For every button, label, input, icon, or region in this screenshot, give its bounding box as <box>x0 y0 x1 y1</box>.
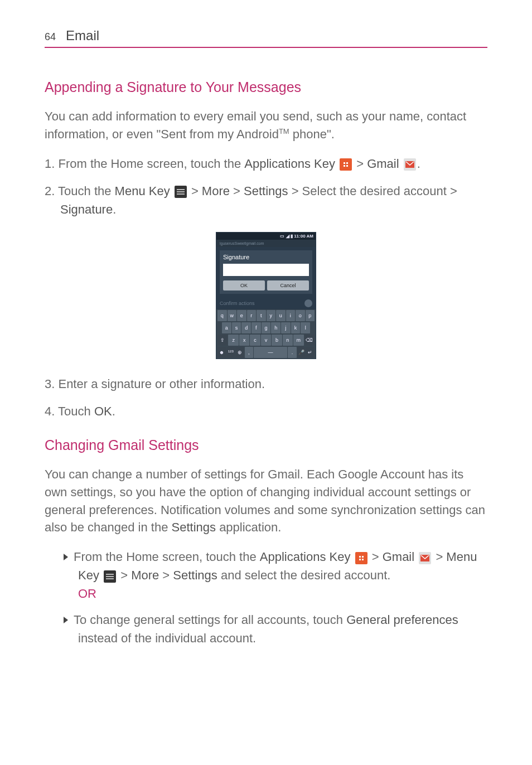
page-number: 64 <box>45 31 56 43</box>
gmail-icon <box>419 552 431 564</box>
intro-a: You can add information to every email y… <box>45 109 466 141</box>
phone-frame: ▭ ◢ ▮ 11:00 AM lguserusSweetlgmail.com S… <box>216 232 316 359</box>
key[interactable]: g <box>262 322 271 333</box>
bullet-icon <box>64 617 68 623</box>
status-icons: ▭ ◢ ▮ <box>280 234 292 239</box>
bullet-1: From the Home screen, touch the Applicat… <box>64 548 487 603</box>
key[interactable]: e <box>237 310 246 321</box>
key[interactable]: i <box>286 310 296 321</box>
backspace-key[interactable]: ⌫ <box>304 335 315 346</box>
kbd-row-4: ☻ 123 ⊕ , — . 🎤 ↵ <box>216 346 316 359</box>
applications-key-icon <box>340 158 352 171</box>
key[interactable]: h <box>271 322 280 333</box>
step-1: 1. From the Home screen, touch the Appli… <box>45 154 487 173</box>
bullet-2: To change general settings for all accou… <box>64 611 487 647</box>
bullet-list-settings: From the Home screen, touch the Applicat… <box>64 548 487 647</box>
key[interactable]: m <box>293 335 303 346</box>
key[interactable]: y <box>267 310 276 321</box>
key[interactable]: p <box>306 310 315 321</box>
key[interactable]: b <box>272 335 282 346</box>
key[interactable]: q <box>217 310 227 321</box>
key[interactable]: f <box>252 322 261 333</box>
key[interactable]: v <box>261 335 271 346</box>
bullet-icon <box>64 554 68 560</box>
account-address: lguserusSweetlgmail.com <box>216 240 316 247</box>
confirm-label: Confirm actions <box>220 301 255 306</box>
key[interactable]: a <box>222 322 231 333</box>
heading-gmail-settings: Changing Gmail Settings <box>45 437 487 453</box>
cancel-button[interactable]: Cancel <box>267 280 309 290</box>
intro-gmail-settings: You can change a number of settings for … <box>45 466 487 537</box>
gmail-icon <box>404 158 416 171</box>
key[interactable]: z <box>228 335 238 346</box>
steps-signature: 1. From the Home screen, touch the Appli… <box>45 154 487 219</box>
status-bar: ▭ ◢ ▮ 11:00 AM <box>216 233 316 240</box>
steps-signature-cont: 3. Enter a signature or other informatio… <box>45 375 487 420</box>
applications-key-icon <box>355 552 367 564</box>
period-key[interactable]: . <box>288 347 296 358</box>
dialog-buttons: OK Cancel <box>223 280 309 290</box>
intro-signature: You can add information to every email y… <box>45 108 487 143</box>
key[interactable]: d <box>241 322 251 333</box>
kbd-row-3: ⇧ z x c v b n m ⌫ <box>216 334 316 346</box>
key[interactable]: s <box>232 322 241 333</box>
heading-signature: Appending a Signature to Your Messages <box>45 79 487 95</box>
key[interactable]: x <box>239 335 249 346</box>
key[interactable]: r <box>247 310 257 321</box>
kbd-row-2: a s d f g h j k l <box>216 322 316 334</box>
key[interactable]: t <box>257 310 266 321</box>
key[interactable]: n <box>283 335 293 346</box>
tm: TM <box>279 127 289 135</box>
dialog-title: Signature <box>223 254 309 260</box>
signature-input[interactable] <box>223 264 309 276</box>
key[interactable]: w <box>228 310 237 321</box>
enter-key[interactable]: ↵ <box>306 347 315 358</box>
step-4: 4. Touch OK. <box>45 402 487 420</box>
section-title: Email <box>66 28 99 43</box>
key[interactable]: j <box>281 322 291 333</box>
key[interactable]: o <box>296 310 305 321</box>
page-header: 64 Email <box>45 28 487 48</box>
key[interactable]: l <box>301 322 310 333</box>
comma-key[interactable]: , <box>245 347 253 358</box>
ok-button[interactable]: OK <box>223 280 265 290</box>
globe-key[interactable]: ⊕ <box>235 347 244 358</box>
confirm-actions-row: Confirm actions <box>216 297 316 309</box>
mic-key[interactable]: 🎤 <box>297 347 306 358</box>
menu-key-icon <box>175 186 187 198</box>
space-key[interactable]: — <box>254 347 288 358</box>
intro-b: phone". <box>289 127 335 141</box>
key[interactable]: c <box>250 335 260 346</box>
key[interactable]: u <box>276 310 286 321</box>
kbd-row-1: q w e r t y u i o p <box>216 309 316 322</box>
step-2: 2. Touch the Menu Key > More > Settings … <box>45 182 487 219</box>
refresh-icon <box>304 299 312 307</box>
num-key[interactable]: 123 <box>226 347 235 358</box>
signature-dialog: Signature OK Cancel <box>220 250 312 294</box>
menu-key-icon <box>104 570 116 583</box>
key[interactable]: k <box>291 322 301 333</box>
keyboard: q w e r t y u i o p a s d f g h j k l <box>216 309 316 359</box>
step-3: 3. Enter a signature or other informatio… <box>45 375 487 393</box>
emoji-key[interactable]: ☻ <box>217 347 226 358</box>
phone-screenshot: ▭ ◢ ▮ 11:00 AM lguserusSweetlgmail.com S… <box>45 232 487 359</box>
status-time: 11:00 AM <box>294 234 313 239</box>
shift-key[interactable]: ⇧ <box>217 335 228 346</box>
or-text: OR <box>78 584 96 603</box>
